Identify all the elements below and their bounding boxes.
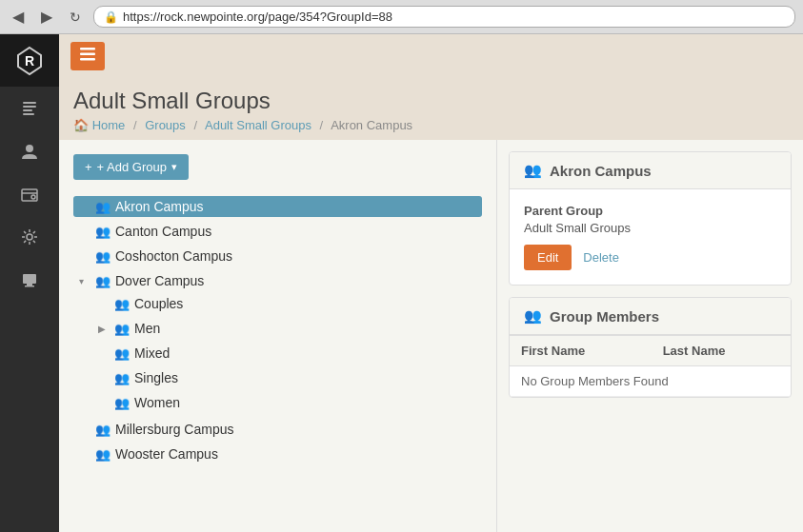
- edit-button[interactable]: Edit: [524, 245, 572, 270]
- svg-point-8: [27, 234, 32, 240]
- url-text: https://rock.newpointe.org/page/354?Grou…: [123, 10, 392, 24]
- tree-label-millersburg: Millersburg Campus: [115, 422, 233, 437]
- main-content: + + Add Group ▾ 👥 Akron Campus: [59, 140, 803, 532]
- table-header-row: First Name Last Name: [510, 336, 791, 366]
- col-last-name: Last Name: [652, 336, 791, 366]
- breadcrumb-sep-3: /: [320, 118, 324, 132]
- hamburger-button[interactable]: [70, 42, 105, 70]
- sidebar-nav-person[interactable]: [0, 129, 59, 172]
- group-icon-dover: 👥: [95, 274, 110, 288]
- group-icon-men: 👥: [114, 322, 130, 336]
- reload-button[interactable]: ↻: [65, 8, 86, 27]
- breadcrumb-sep-1: /: [133, 118, 137, 132]
- group-members-header: 👥 Group Members: [510, 298, 791, 335]
- hamburger-icon: [80, 48, 95, 61]
- tree-label-canton: Canton Campus: [115, 224, 211, 239]
- members-header-icon: 👥: [524, 307, 542, 325]
- tree-node-dover[interactable]: ▾ 👥 Dover Campus: [73, 270, 482, 291]
- browser-chrome: ◀ ▶ ↻ 🔒 https://rock.newpointe.org/page/…: [0, 0, 803, 34]
- breadcrumb-home[interactable]: Home: [92, 118, 126, 132]
- group-detail-card: 👥 Akron Campus Parent Group Adult Small …: [509, 151, 792, 286]
- group-icon-coshocton: 👥: [95, 249, 110, 264]
- rock-logo-icon: R: [14, 46, 45, 76]
- parent-group-value: Adult Small Groups: [524, 221, 776, 235]
- page-header: Adult Small Groups 🏠 Home / Groups / Adu…: [59, 78, 803, 140]
- list-item: 👥 Couples: [92, 291, 482, 316]
- tree-node-couples[interactable]: 👥 Couples: [92, 293, 482, 314]
- dropdown-arrow-icon: ▾: [171, 161, 177, 173]
- back-button[interactable]: ◀: [8, 6, 29, 28]
- parent-group-label: Parent Group: [524, 204, 776, 218]
- tree-label-couples: Couples: [134, 296, 183, 311]
- app-wrapper: R: [0, 34, 803, 532]
- content-area: Adult Small Groups 🏠 Home / Groups / Adu…: [59, 34, 803, 532]
- delete-button[interactable]: Delete: [583, 245, 619, 270]
- tree-node-singles[interactable]: 👥 Singles: [92, 367, 482, 388]
- group-detail-header: 👥 Akron Campus: [510, 152, 791, 189]
- tree-label-mixed: Mixed: [134, 345, 170, 361]
- list-item: 👥 Coshocton Campus: [73, 244, 482, 268]
- svg-rect-11: [25, 286, 34, 287]
- group-members-body: First Name Last Name No Group Members Fo…: [510, 335, 791, 397]
- tree-node-men[interactable]: ▶ 👥 Men: [92, 318, 482, 339]
- sidebar-nav-settings[interactable]: [0, 215, 59, 258]
- dover-children: 👥 Couples ▶ 👥 Men: [73, 291, 482, 415]
- svg-point-7: [31, 195, 35, 199]
- home-icon: 🏠: [73, 118, 89, 132]
- breadcrumb-adult-small-groups[interactable]: Adult Small Groups: [205, 118, 311, 132]
- svg-rect-13: [80, 53, 95, 56]
- list-item: ▾ 👥 Dover Campus 👥 Couples: [73, 268, 482, 417]
- sidebar-nav-finance[interactable]: [0, 172, 59, 215]
- group-icon-couples: 👥: [114, 297, 130, 311]
- address-bar[interactable]: 🔒 https://rock.newpointe.org/page/354?Gr…: [93, 6, 795, 28]
- right-panel: 👥 Akron Campus Parent Group Adult Small …: [497, 140, 803, 532]
- svg-rect-14: [80, 58, 95, 61]
- svg-point-5: [26, 145, 33, 152]
- sidebar: R: [0, 34, 59, 532]
- list-item: 👥 Millersburg Campus: [73, 417, 482, 442]
- members-table: First Name Last Name No Group Members Fo…: [510, 335, 791, 397]
- group-members-title: Group Members: [550, 308, 659, 325]
- group-icon-millersburg: 👥: [95, 423, 110, 437]
- sidebar-nav-tools[interactable]: [0, 258, 59, 301]
- breadcrumb: 🏠 Home / Groups / Adult Small Groups / A…: [73, 118, 789, 132]
- group-icon-akron: 👥: [95, 200, 110, 214]
- add-group-label: + Add Group: [97, 160, 167, 174]
- tree-label-dover: Dover Campus: [115, 273, 204, 288]
- svg-rect-12: [80, 48, 95, 50]
- no-members-message: No Group Members Found: [510, 366, 791, 397]
- group-icon-women: 👥: [114, 396, 130, 410]
- group-icon-wooster: 👥: [95, 447, 110, 462]
- tree-toggle-dover[interactable]: ▾: [79, 276, 90, 286]
- breadcrumb-groups[interactable]: Groups: [145, 118, 186, 132]
- col-first-name: First Name: [510, 336, 652, 366]
- svg-rect-3: [23, 109, 32, 111]
- tree-label-akron: Akron Campus: [115, 199, 204, 214]
- plus-icon: +: [85, 160, 92, 174]
- list-item: 👥 Women: [92, 390, 482, 415]
- tree-node-canton[interactable]: 👥 Canton Campus: [73, 221, 482, 242]
- tree-node-wooster[interactable]: 👥 Wooster Campus: [73, 443, 482, 464]
- group-detail-title: Akron Campus: [550, 163, 652, 179]
- sidebar-nav-notes[interactable]: [0, 87, 59, 129]
- forward-button[interactable]: ▶: [36, 6, 57, 28]
- tree-node-mixed[interactable]: 👥 Mixed: [92, 343, 482, 364]
- breadcrumb-sep-2: /: [193, 118, 197, 132]
- list-item: 👥 Canton Campus: [73, 219, 482, 244]
- tree-node-akron[interactable]: 👥 Akron Campus: [73, 196, 482, 217]
- group-icon-singles: 👥: [114, 371, 130, 385]
- tree-label-wooster: Wooster Campus: [115, 446, 218, 462]
- group-tree: 👥 Akron Campus 👥 Canton Campus: [73, 194, 482, 466]
- tree-node-women[interactable]: 👥 Women: [92, 392, 482, 413]
- list-item: 👥 Akron Campus: [73, 194, 482, 219]
- group-members-card: 👥 Group Members First Name Last Name: [509, 297, 792, 398]
- svg-rect-2: [23, 106, 36, 108]
- tree-node-millersburg[interactable]: 👥 Millersburg Campus: [73, 419, 482, 440]
- group-header-icon: 👥: [524, 162, 542, 179]
- add-group-button[interactable]: + + Add Group ▾: [73, 154, 189, 180]
- tree-toggle-men[interactable]: ▶: [98, 324, 110, 334]
- sidebar-logo[interactable]: R: [0, 34, 59, 87]
- lock-icon: 🔒: [104, 10, 118, 24]
- tree-node-coshocton[interactable]: 👥 Coshocton Campus: [73, 246, 482, 266]
- list-item: 👥 Singles: [92, 365, 482, 390]
